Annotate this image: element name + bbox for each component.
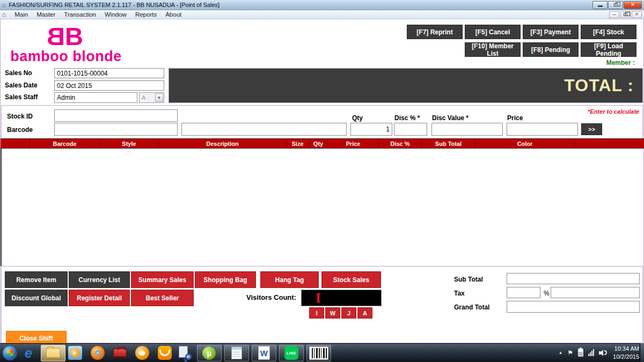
visitor-key-j-button[interactable]: J bbox=[341, 307, 356, 319]
load-pending-button[interactable]: [F9] Load Pending bbox=[581, 42, 636, 57]
menu-item-main[interactable]: Main bbox=[10, 11, 32, 18]
action-center-flag-icon[interactable]: ⚑ bbox=[567, 349, 573, 357]
system-tray: ▲ ⚑ 10:34 AM 10/2/2015 bbox=[558, 343, 639, 362]
taskbar: e ▶ µ W LINE bbox=[0, 343, 644, 362]
currency-list-button[interactable]: Currency List bbox=[69, 271, 130, 288]
member-list-button[interactable]: [F10] Member List bbox=[465, 42, 521, 57]
menu-item-master[interactable]: Master bbox=[32, 11, 60, 18]
visitor-key-i-button[interactable]: I bbox=[309, 307, 324, 319]
titlebar: ⌂ FASHION/SURFING RETAIL SYSTEM 2.1.117 … bbox=[0, 0, 644, 10]
total-panel: TOTAL : bbox=[169, 68, 643, 103]
text-cursor: I bbox=[316, 290, 321, 306]
stock-id-input[interactable] bbox=[54, 109, 178, 122]
payment-button[interactable]: [F3] Payment bbox=[523, 25, 579, 39]
mdi-minimize-button[interactable]: – bbox=[609, 11, 619, 18]
database-tool-icon[interactable] bbox=[179, 346, 192, 360]
menu-item-window[interactable]: Window bbox=[100, 11, 131, 18]
mdi-restore-icon bbox=[624, 13, 627, 16]
barcode-icon bbox=[309, 346, 328, 360]
disc-value-label: Disc Value * bbox=[432, 114, 469, 122]
combo-dropdown-icon[interactable]: ▼ bbox=[155, 93, 163, 102]
tax-pct-input[interactable] bbox=[507, 287, 540, 298]
grid-col-price: Price bbox=[328, 139, 379, 148]
restore-icon bbox=[614, 3, 618, 6]
show-desktop-button[interactable] bbox=[640, 343, 644, 362]
items-grid-body[interactable] bbox=[1, 149, 644, 266]
close-button[interactable]: × bbox=[624, 1, 642, 9]
disc-value-input[interactable] bbox=[431, 123, 503, 136]
sales-no-field[interactable] bbox=[54, 68, 164, 78]
cancel-sale-button[interactable]: [F5] Cancel bbox=[465, 25, 521, 39]
percent-sign: % bbox=[544, 290, 550, 297]
grand-total-label: Grand Total bbox=[454, 304, 489, 311]
price-input[interactable] bbox=[507, 123, 578, 136]
barcode-label: Barcode bbox=[7, 126, 33, 134]
shopping-bag-button[interactable]: Shopping Bag bbox=[195, 271, 256, 288]
barcode-app-icon[interactable] bbox=[306, 345, 331, 361]
restore-button[interactable] bbox=[608, 1, 623, 9]
remove-item-button[interactable]: Remove Item bbox=[5, 271, 68, 288]
toolbox-app-icon[interactable] bbox=[113, 349, 127, 357]
visitors-count-display[interactable]: I bbox=[301, 290, 382, 306]
gom-player-icon[interactable] bbox=[135, 346, 149, 360]
tax-value-input[interactable] bbox=[551, 287, 640, 298]
app-house-icon: ⌂ bbox=[2, 2, 6, 8]
qty-input[interactable] bbox=[350, 123, 392, 136]
sales-staff-field[interactable] bbox=[54, 92, 137, 103]
hang-tag-button[interactable]: Hang Tag bbox=[260, 271, 319, 288]
barcode-input[interactable] bbox=[54, 123, 178, 136]
word-page-icon: W bbox=[258, 346, 270, 360]
stock-button[interactable]: [F4] Stock bbox=[581, 25, 636, 39]
mdi-close-button[interactable]: × bbox=[632, 11, 642, 18]
firefox-icon[interactable] bbox=[91, 346, 105, 360]
internet-explorer-icon[interactable]: e bbox=[25, 345, 32, 361]
media-player-icon[interactable]: ▶ bbox=[68, 346, 82, 360]
grand-total-input[interactable] bbox=[507, 301, 640, 313]
member-label: Member : bbox=[606, 59, 635, 67]
battery-icon[interactable] bbox=[578, 349, 583, 357]
disc-pct-input[interactable] bbox=[394, 123, 427, 136]
register-detail-button[interactable]: Register Detail bbox=[69, 290, 130, 306]
visitor-key-w-button[interactable]: W bbox=[325, 307, 340, 319]
network-signal-icon[interactable] bbox=[588, 349, 594, 356]
grid-col-barcode: Barcode bbox=[30, 139, 100, 148]
menu-item-about[interactable]: About bbox=[161, 11, 186, 18]
line-app-icon[interactable]: LINE bbox=[279, 345, 304, 361]
sub-total-label: Sub Total bbox=[454, 276, 483, 283]
staff-combo[interactable]: A ▼ bbox=[139, 92, 164, 103]
best-seller-button[interactable]: Best Seller bbox=[131, 290, 194, 306]
hidden-icons-chevron-icon[interactable]: ▲ bbox=[558, 350, 562, 355]
windows-explorer-icon[interactable] bbox=[41, 345, 65, 361]
item-description-input[interactable] bbox=[181, 123, 347, 136]
reprint-button[interactable]: [F7] Reprint bbox=[407, 25, 463, 39]
add-line-button[interactable]: >> bbox=[581, 123, 602, 135]
note-page-icon bbox=[231, 346, 242, 359]
stock-sales-button[interactable]: Stock Sales bbox=[321, 271, 381, 288]
pending-button[interactable]: [F8] Pending bbox=[523, 42, 579, 57]
summary-sales-button[interactable]: Summary Sales bbox=[131, 271, 194, 288]
staff-combo-value: A bbox=[140, 94, 155, 101]
menu-item-transaction[interactable]: Transaction bbox=[60, 11, 100, 18]
menu-item-reports[interactable]: Reports bbox=[131, 11, 161, 18]
minimize-button[interactable] bbox=[592, 1, 608, 9]
sub-total-input[interactable] bbox=[507, 273, 640, 284]
word-icon[interactable]: W bbox=[252, 345, 276, 361]
price-label: Price bbox=[507, 114, 523, 122]
visitor-key-a-button[interactable]: A bbox=[357, 307, 372, 319]
stock-id-label: Stock ID bbox=[7, 113, 33, 120]
enter-to-calculate-hint: *Enter to calculate bbox=[588, 108, 639, 115]
notepad-icon[interactable] bbox=[224, 345, 249, 361]
tray-date: 10/2/2015 bbox=[613, 353, 639, 361]
volume-icon[interactable] bbox=[599, 349, 608, 356]
grid-col-sub-total: Sub Total bbox=[422, 139, 475, 148]
mdi-restore-button[interactable] bbox=[620, 11, 631, 18]
utorrent-icon[interactable]: µ bbox=[197, 345, 222, 361]
pos-form: BB bamboo blonde [F7] Reprint [F5] Cance… bbox=[0, 19, 644, 343]
sales-date-field[interactable] bbox=[54, 80, 164, 91]
sales-no-label: Sales No bbox=[5, 69, 32, 77]
tray-clock[interactable]: 10:34 AM 10/2/2015 bbox=[613, 345, 639, 361]
start-button[interactable] bbox=[3, 346, 17, 360]
discount-global-button[interactable]: Discount Global bbox=[5, 290, 68, 306]
bamboo-blonde-logo-mark: BB bbox=[30, 24, 100, 49]
uc-browser-icon[interactable] bbox=[158, 346, 172, 360]
